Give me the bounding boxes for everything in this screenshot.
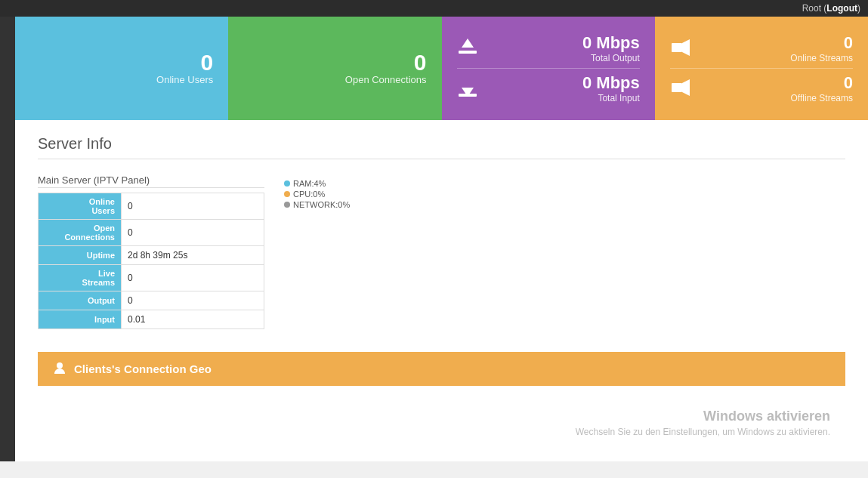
online-users-label: Online Users: [156, 74, 213, 85]
row-label: LiveStreams: [39, 265, 122, 291]
total-input-label: Total Input: [582, 93, 640, 103]
stat-network: NETWORK:0%: [284, 200, 350, 209]
table-row: Output 0: [39, 291, 264, 310]
stat-ram: RAM:4%: [284, 179, 350, 188]
after-text: ): [857, 3, 860, 14]
windows-watermark: Windows aktivieren Wechseln Sie zu den E…: [576, 407, 830, 439]
audio-online-icon: [670, 37, 691, 60]
upload-icon: [457, 37, 478, 60]
left-sidebar: [0, 17, 15, 461]
table-row: OnlineUsers 0: [39, 193, 264, 220]
network-label: NETWORK:0%: [293, 200, 350, 209]
svg-marker-14: [682, 39, 690, 56]
ram-dot: [284, 180, 290, 187]
table-row: LiveStreams 0: [39, 265, 264, 291]
geo-title: Clients's Connection Geo: [74, 362, 212, 375]
open-connections-label: Open Connections: [345, 74, 427, 85]
stat-cpu: CPU:0%: [284, 190, 350, 199]
svg-rect-15: [672, 83, 682, 92]
stats-area: RAM:4% CPU:0% NETWORK:0%: [280, 174, 354, 215]
row-label: Uptime: [39, 246, 122, 265]
network-dot: [284, 202, 290, 208]
streams-card: 0 Online Streams 0 Offline Streams: [655, 17, 868, 120]
row-value: 0: [122, 193, 264, 220]
download-icon: [457, 77, 478, 100]
cpu-label: CPU:0%: [293, 190, 325, 199]
total-output-mbps: 0 Mbps: [582, 33, 640, 53]
logout-link[interactable]: Logout: [826, 3, 857, 14]
row-value: 0: [122, 265, 264, 291]
online-users-card: 0 Online Users: [15, 17, 228, 120]
server-section: Main Server (IPTV Panel) OnlineUsers 0 O…: [38, 174, 845, 329]
table-row: OpenConnections 0: [39, 220, 264, 246]
total-input-mbps: 0 Mbps: [582, 73, 640, 93]
windows-title: Windows aktivieren: [576, 407, 830, 426]
open-connections-number: 0: [345, 51, 427, 74]
row-value: 0.01: [122, 310, 264, 329]
geo-body: Windows aktivieren Wechseln Sie zu den E…: [38, 386, 845, 446]
total-output-label: Total Output: [582, 53, 640, 63]
main-server-title: Main Server (IPTV Panel): [38, 174, 264, 188]
dashboard-cards: 0 Online Users: [15, 17, 868, 120]
server-info-title: Server Info: [38, 135, 845, 159]
svg-rect-9: [459, 51, 477, 54]
geo-header: Clients's Connection Geo: [38, 352, 845, 386]
geo-wrapper: Clients's Connection Geo Windows aktivie…: [38, 352, 845, 446]
row-label: Output: [39, 291, 122, 310]
table-row: Input 0.01: [39, 310, 264, 329]
row-value: 0: [122, 291, 264, 310]
open-connections-card: 0 Open Connections: [228, 17, 441, 120]
svg-marker-16: [682, 79, 690, 96]
row-label: Input: [39, 310, 122, 329]
ram-label: RAM:4%: [293, 179, 326, 188]
online-streams-label: Online Streams: [790, 53, 853, 63]
online-streams-number: 0: [790, 33, 853, 53]
row-value: 2d 8h 39m 25s: [122, 246, 264, 265]
online-users-number: 0: [156, 51, 213, 74]
svg-point-17: [57, 362, 63, 369]
server-table: OnlineUsers 0 OpenConnections 0 Uptime 2…: [38, 193, 264, 329]
row-label: OpenConnections: [39, 220, 122, 246]
row-value: 0: [122, 220, 264, 246]
windows-subtitle: Wechseln Sie zu den Einstellungen, um Wi…: [576, 426, 830, 439]
cpu-dot: [284, 191, 290, 197]
top-bar: Root (Logout): [0, 0, 868, 17]
bandwidth-card: 0 Mbps Total Output: [442, 17, 655, 120]
offline-streams-label: Offline Streams: [791, 93, 853, 103]
main-content: Server Info Main Server (IPTV Panel) Onl…: [15, 120, 868, 461]
offline-streams-number: 0: [791, 73, 853, 93]
geo-user-icon: [53, 361, 66, 377]
table-row: Uptime 2d 8h 39m 25s: [39, 246, 264, 265]
svg-rect-13: [672, 43, 682, 52]
audio-offline-icon: [670, 77, 691, 100]
row-label: OnlineUsers: [39, 193, 122, 220]
root-text: Root (: [802, 3, 827, 14]
svg-marker-10: [462, 39, 474, 48]
